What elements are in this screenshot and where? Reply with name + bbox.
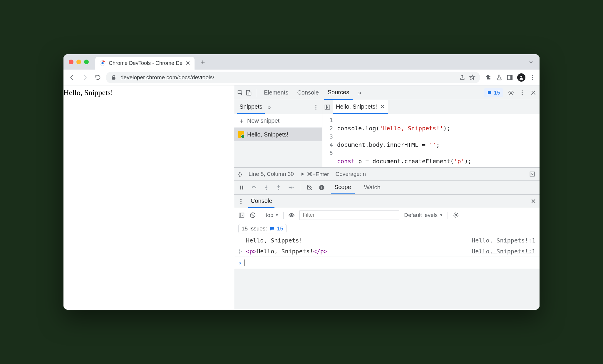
page-text: Hello, Snippets! [63,88,113,97]
browser-menu-icon[interactable] [530,74,536,81]
snippet-item[interactable]: Hello, Snippets! [234,128,322,141]
context-selector[interactable]: top ▼ [266,212,279,218]
devtools-tabbar: Elements Console Sources » 15 [234,85,540,100]
dropdown-box-icon[interactable] [529,171,535,177]
svg-point-28 [240,199,242,200]
navigator-tab-snippets[interactable]: Snippets [237,100,265,114]
editor-status-bar: {} Line 5, Column 30 ⌘+Enter Coverage: n [234,168,540,181]
device-toggle-icon[interactable] [245,90,252,96]
log-tag-close: </p> [313,248,327,255]
minimize-window-button[interactable] [76,60,81,64]
coverage-status[interactable]: Coverage: n [335,171,366,177]
svg-rect-20 [530,172,535,176]
console-settings-icon[interactable] [453,212,459,218]
bookmark-star-icon[interactable] [469,74,475,81]
rendered-page: Hello, Snippets! [63,85,234,310]
console-filter-input[interactable] [299,210,399,220]
extensions-icon[interactable] [485,74,492,81]
sidepanel-icon[interactable] [507,74,513,81]
issues-pill[interactable]: 15 Issues: 15 [238,224,287,233]
browser-window: Chrome DevTools - Chrome De ✕ ＋ develope… [63,54,540,310]
svg-point-8 [532,79,533,80]
new-snippet-button[interactable]: ＋ New snippet [234,114,322,128]
debugger-toolbar: Scope Watch [234,181,540,195]
pause-icon[interactable] [238,184,245,191]
live-expression-icon[interactable] [288,212,295,218]
svg-point-30 [240,203,242,204]
svg-point-17 [315,107,316,108]
console-return-line: ⟨· <p>Hello, Snippets!</p> Hello, Snippe… [234,246,540,257]
svg-rect-31 [239,213,244,217]
pause-exceptions-icon[interactable] [319,184,325,191]
navigator-overflow[interactable]: » [265,104,274,110]
pretty-print-icon[interactable]: {} [238,171,242,177]
console-prompt[interactable]: › [234,257,540,269]
close-window-button[interactable] [69,60,73,64]
new-tab-button[interactable]: ＋ [199,57,206,67]
console-log-line: Hello, Snippets! Hello, Snippets!:1 [234,235,540,246]
svg-point-12 [510,92,512,94]
devtools-close-icon[interactable] [530,90,537,96]
watch-tab[interactable]: Watch [361,181,384,194]
tab-title: Chrome DevTools - Chrome De [109,60,182,66]
log-tag-open: <p> [246,248,257,255]
address-bar[interactable]: developer.chrome.com/docs/devtools/ [106,72,480,83]
line-gutter: 1 2 3 4 5 [322,114,335,167]
devtools-panel: Elements Console Sources » 15 [234,85,540,310]
clear-console-icon[interactable] [249,212,256,218]
browser-toolbar: developer.chrome.com/docs/devtools/ [63,70,540,85]
navigator-menu-icon[interactable] [313,104,319,110]
reload-button[interactable] [93,73,103,82]
drawer-tab-console[interactable]: Console [248,195,274,208]
cursor-position: Line 5, Column 30 [249,171,294,177]
labs-icon[interactable] [496,74,503,81]
step-over-icon[interactable] [251,184,257,191]
tab-sources[interactable]: Sources [324,85,353,100]
svg-point-14 [522,92,523,93]
console-body: Hello, Snippets! Hello, Snippets!:1 ⟨· <… [234,235,540,269]
step-into-icon[interactable] [263,184,269,191]
editor-tabs: Hello, Snippets! ✕ [322,100,540,114]
console-sidebar-icon[interactable] [238,212,245,218]
run-snippet-button[interactable]: ⌘+Enter [300,171,329,178]
svg-point-33 [291,214,293,216]
profile-avatar[interactable] [517,73,525,82]
tab-search-icon[interactable] [528,59,534,65]
drawer-close-icon[interactable]: ✕ [531,198,536,205]
tab-close-icon[interactable]: ✕ [185,60,190,67]
inspect-icon[interactable] [237,90,244,96]
tab-elements[interactable]: Elements [260,85,292,100]
tab-overflow[interactable]: » [354,85,365,100]
svg-rect-26 [321,186,321,188]
log-source-link[interactable]: Hello, Snippets!:1 [472,248,535,255]
share-icon[interactable] [459,74,465,81]
drawer-tabs: Console ✕ [234,195,540,208]
fullscreen-window-button[interactable] [84,60,89,64]
log-source-link[interactable]: Hello, Snippets!:1 [472,237,535,244]
svg-point-25 [293,187,294,188]
browser-tab[interactable]: Chrome DevTools - Chrome De ✕ [95,57,195,70]
forward-button[interactable] [80,73,90,82]
sources-pane: Snippets » ＋ New snippet Hello, Snippets… [234,100,540,168]
toggle-navigator-icon[interactable] [324,104,331,110]
svg-point-18 [315,108,316,109]
code-editor[interactable]: 1 2 3 4 5 console.log('Hello, Snippets!'… [322,114,540,167]
log-levels-selector[interactable]: Default levels ▼ [404,212,443,218]
devtools-menu-icon[interactable] [519,90,525,96]
tab-console[interactable]: Console [294,85,322,100]
editor-tab-close-icon[interactable]: ✕ [380,103,385,110]
editor-file-tab[interactable]: Hello, Snippets! ✕ [333,100,388,114]
step-out-icon[interactable] [275,184,282,191]
back-button[interactable] [67,73,77,82]
settings-icon[interactable] [508,90,514,96]
deactivate-breakpoints-icon[interactable] [306,184,313,191]
navigator-tabs: Snippets » [234,100,322,114]
drawer-menu-icon[interactable] [238,198,244,205]
issues-badge[interactable]: 15 [484,88,503,97]
svg-point-13 [522,90,523,91]
svg-rect-27 [322,186,322,188]
scope-tab[interactable]: Scope [331,181,355,194]
url-text: developer.chrome.com/docs/devtools/ [120,74,214,81]
console-issues-row: 15 Issues: 15 [234,222,540,235]
step-icon[interactable] [288,184,294,191]
